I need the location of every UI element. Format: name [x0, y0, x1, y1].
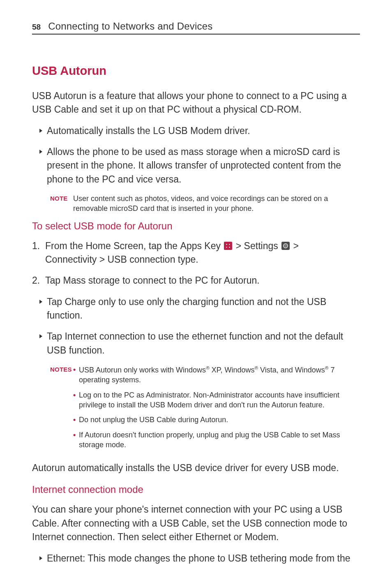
- page-number: 58: [32, 23, 41, 32]
- bullet-item: Ethernet: This mode changes the phone to…: [39, 552, 360, 564]
- subsection-title: Internet connection mode: [32, 484, 360, 495]
- t: You can share your phone's internet conn…: [32, 504, 347, 542]
- ethernet-bold: Ethernet:: [47, 553, 85, 564]
- step-text: From the Home Screen, tap the: [45, 240, 180, 251]
- steps-list: From the Home Screen, tap the Apps Key >…: [32, 239, 360, 288]
- sub-bullets: Tap Charge only to use only the charging…: [39, 295, 360, 357]
- step-item: Tap Mass storage to connect to the PC fo…: [32, 274, 360, 287]
- header-title: Connecting to Networks and Devices: [48, 21, 212, 32]
- period: .: [196, 254, 198, 265]
- note-item: Do not unplug the USB Cable during Autor…: [73, 415, 360, 425]
- text: Tap: [47, 331, 65, 342]
- sep: >: [291, 240, 299, 251]
- note-item: Log on to the PC as Administrator. Non-A…: [73, 390, 360, 410]
- internet-conn-label: Internet connection: [65, 331, 145, 342]
- modem-label: Modem: [244, 532, 276, 542]
- step-text: Tap: [45, 275, 63, 286]
- notes-block: NOTES USB Autorun only works with Window…: [50, 365, 360, 455]
- apps-key-label: Apps Key: [180, 240, 221, 251]
- intro-paragraph: USB Autorun is a feature that allows you…: [32, 89, 360, 117]
- sep: >: [97, 254, 107, 265]
- t: This mode changes the phone to USB tethe…: [47, 553, 350, 564]
- t: USB Autorun only works with Windows: [79, 366, 206, 374]
- settings-label: Settings: [244, 240, 278, 251]
- ethernet-label: Ethernet: [195, 532, 231, 542]
- mass-storage-label: Mass storage: [63, 275, 120, 286]
- t: or: [231, 532, 244, 542]
- usb-conn-type-label: USB connection type: [108, 254, 196, 265]
- notes-bullets: USB Autorun only works with Windows® XP,…: [73, 365, 360, 450]
- sep: >: [233, 240, 244, 251]
- reg-mark: ®: [206, 365, 210, 370]
- bullet-item: Tap Charge only to use only the charging…: [39, 295, 360, 323]
- subsection-title: To select USB mode for Autorun: [32, 220, 360, 232]
- autorun-paragraph: Autorun automatically installs the USB d…: [32, 461, 360, 475]
- page: 58 Connecting to Networks and Devices US…: [0, 0, 392, 564]
- connectivity-label: Connectivity: [45, 254, 97, 265]
- t: Vista, and Windows: [258, 366, 325, 374]
- note-block: NOTE User content such as photos, videos…: [50, 194, 360, 214]
- internet-mode-paragraph: You can share your phone's internet conn…: [32, 503, 360, 544]
- note-text: User content such as photos, videos, and…: [73, 194, 360, 214]
- svg-point-1: [285, 245, 286, 247]
- step-item: From the Home Screen, tap the Apps Key >…: [32, 239, 360, 267]
- notes-label: NOTES: [50, 365, 73, 455]
- note-item: USB Autorun only works with Windows® XP,…: [73, 365, 360, 385]
- notes-content: USB Autorun only works with Windows® XP,…: [73, 365, 360, 455]
- page-header: 58 Connecting to Networks and Devices: [32, 21, 360, 35]
- bullet-item: Automatically installs the LG USB Modem …: [39, 124, 360, 138]
- feature-bullets: Automatically installs the LG USB Modem …: [32, 124, 360, 186]
- reg-mark: ®: [254, 365, 258, 370]
- bullet-item: Allows the phone to be used as mass stor…: [39, 145, 360, 186]
- bullet-item: Tap Internet connection to use the ether…: [39, 330, 360, 357]
- step-text: to connect to the PC for Autorun.: [120, 275, 260, 286]
- t: XP, Windows: [210, 366, 255, 374]
- text: Tap: [47, 296, 65, 307]
- note-label: NOTE: [50, 194, 73, 214]
- note-item: If Autorun doesn't function properly, un…: [73, 430, 360, 450]
- section-title: USB Autorun: [32, 64, 360, 78]
- ethernet-bullets: Ethernet: This mode changes the phone to…: [39, 552, 360, 564]
- charge-only-label: Charge only: [65, 296, 115, 307]
- apps-key-icon: [224, 242, 232, 250]
- t: .: [276, 532, 279, 542]
- settings-gear-icon: [281, 242, 290, 250]
